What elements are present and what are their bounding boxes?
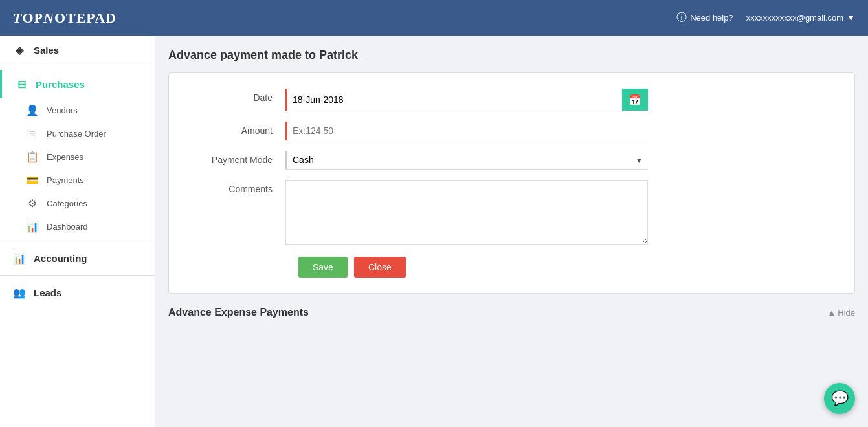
hide-link[interactable]: ▲ Hide: [827, 308, 855, 318]
sidebar-sales-label: Sales: [34, 45, 59, 56]
comments-row: Comments: [188, 180, 835, 246]
payments-icon: 💳: [26, 173, 39, 186]
sidebar-item-accounting[interactable]: 📊 Accounting: [0, 244, 155, 272]
payment-mode-field: Cash Bank Transfer Check Credit Card: [285, 151, 648, 170]
payment-mode-label: Payment Mode: [188, 151, 285, 165]
payment-mode-select-wrapper: Cash Bank Transfer Check Credit Card: [285, 151, 648, 170]
form-actions: Save Close: [188, 257, 835, 278]
dashboard-icon: 📊: [26, 220, 39, 233]
help-icon: ⓘ: [676, 11, 687, 25]
calendar-button[interactable]: 📅: [622, 89, 648, 111]
main-layout: ◈ Sales ⊟ Purchases 👤 Vendors ≡ Purchase…: [0, 36, 868, 427]
sidebar-purchase-order-label: Purchase Order: [47, 129, 106, 138]
sidebar-item-leads[interactable]: 👥 Leads: [0, 278, 155, 307]
advance-section-header: Advance Expense Payments ▲ Hide: [168, 307, 855, 318]
sidebar-item-dashboard[interactable]: 📊 Dashboard: [0, 215, 155, 238]
comments-label: Comments: [188, 180, 285, 194]
sidebar-expenses-label: Expenses: [47, 152, 83, 162]
sidebar-vendors-label: Vendors: [47, 105, 78, 115]
advance-section-title: Advance Expense Payments: [168, 307, 309, 318]
date-field: 📅: [285, 89, 648, 111]
sidebar: ◈ Sales ⊟ Purchases 👤 Vendors ≡ Purchase…: [0, 36, 155, 427]
page-title: Advance payment made to Patrick: [168, 49, 855, 62]
sidebar-leads-label: Leads: [34, 287, 61, 298]
date-wrapper: 📅: [285, 89, 648, 111]
chat-button[interactable]: 💬: [824, 383, 855, 414]
chevron-down-icon: ▼: [847, 13, 855, 23]
comments-textarea[interactable]: [285, 180, 648, 245]
categories-icon: ⚙: [26, 197, 39, 210]
accounting-icon: 📊: [13, 252, 26, 265]
sidebar-item-expenses[interactable]: 📋 Expenses: [0, 145, 155, 168]
amount-row: Amount: [188, 122, 835, 140]
date-row: Date 📅: [188, 89, 835, 111]
date-input[interactable]: [287, 91, 622, 109]
sidebar-item-vendors[interactable]: 👤 Vendors: [0, 98, 155, 122]
leads-icon: 👥: [13, 286, 26, 299]
user-menu[interactable]: xxxxxxxxxxxx@gmail.com ▼: [746, 13, 855, 23]
user-email: xxxxxxxxxxxx@gmail.com: [746, 13, 843, 23]
comments-field: [285, 180, 648, 246]
app-logo: TopNotepad: [13, 10, 117, 27]
sidebar-item-purchase-order[interactable]: ≡ Purchase Order: [0, 122, 155, 145]
help-label: Need help?: [690, 13, 733, 23]
header: TopNotepad ⓘ Need help? xxxxxxxxxxxx@gma…: [0, 0, 868, 36]
vendors-icon: 👤: [26, 104, 39, 116]
sidebar-item-payments[interactable]: 💳 Payments: [0, 168, 155, 192]
purchases-icon: ⊟: [15, 78, 28, 91]
save-button[interactable]: Save: [298, 257, 348, 278]
date-label: Date: [188, 89, 285, 103]
sidebar-item-purchases[interactable]: ⊟ Purchases: [0, 70, 155, 98]
sales-icon: ◈: [13, 43, 26, 56]
sidebar-accounting-label: Accounting: [34, 253, 87, 264]
amount-label: Amount: [188, 122, 285, 136]
payment-mode-select[interactable]: Cash Bank Transfer Check Credit Card: [285, 151, 648, 170]
amount-field: [285, 122, 648, 140]
expenses-icon: 📋: [26, 150, 39, 163]
sidebar-dashboard-label: Dashboard: [47, 222, 88, 232]
purchase-order-icon: ≡: [26, 127, 39, 140]
sidebar-item-categories[interactable]: ⚙ Categories: [0, 192, 155, 215]
header-right: ⓘ Need help? xxxxxxxxxxxx@gmail.com ▼: [676, 11, 855, 25]
close-button[interactable]: Close: [354, 257, 406, 278]
payment-mode-row: Payment Mode Cash Bank Transfer Check Cr…: [188, 151, 835, 170]
chevron-up-icon: ▲: [827, 308, 836, 318]
sidebar-item-sales[interactable]: ◈ Sales: [0, 36, 155, 64]
form-card: Date 📅 Amount Payment Mode: [168, 72, 855, 294]
amount-input[interactable]: [285, 122, 648, 140]
hide-label: Hide: [838, 308, 855, 318]
sidebar-purchases-label: Purchases: [36, 79, 85, 90]
sidebar-categories-label: Categories: [47, 199, 87, 208]
sidebar-payments-label: Payments: [47, 175, 84, 185]
help-link[interactable]: ⓘ Need help?: [676, 11, 733, 25]
main-content: Advance payment made to Patrick Date 📅 A…: [155, 36, 868, 427]
